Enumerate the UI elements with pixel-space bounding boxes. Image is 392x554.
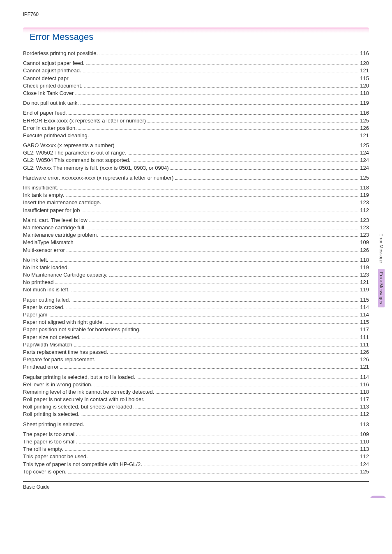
toc-entry-label: Do not pull out ink tank. <box>23 99 79 107</box>
toc-entry[interactable]: Printhead error121 <box>23 363 369 371</box>
toc-entry-label: GL2: Wxxxx The memory is full. (xxxx is … <box>23 164 169 172</box>
side-tabs: Error Message Error Messages <box>378 230 385 310</box>
toc-entry[interactable]: ERROR Exxx-xxxx (x represents a letter o… <box>23 117 369 125</box>
toc-leader-dots <box>99 55 358 55</box>
toc-entry[interactable]: Rel lever is in wrong position.116 <box>23 381 369 388</box>
toc-entry-label: The paper is too small. <box>23 438 77 446</box>
side-tab-error-messages[interactable]: Error Messages <box>378 269 385 307</box>
toc-entry-label: Cannot detect papr <box>23 75 69 82</box>
toc-entry[interactable]: No printhead121 <box>23 279 369 286</box>
toc-entry-page: 118 <box>360 388 369 396</box>
toc-leader-dots <box>68 473 359 473</box>
toc-entry[interactable]: Top cover is open.125 <box>23 468 369 476</box>
toc-leader-dots <box>81 416 358 416</box>
toc-entry-label: PaprWidth Mismatch <box>23 341 72 349</box>
toc-leader-dots <box>49 316 358 316</box>
toc-entry[interactable]: Close Ink Tank Cover118 <box>23 90 369 97</box>
toc-entry-label: Parts replacement time has passed. <box>23 349 108 356</box>
toc-group: Do not pull out ink tank.119 <box>23 99 369 107</box>
toc-entry-page: 116 <box>360 109 369 117</box>
toc-entry[interactable]: Ink insufficient.118 <box>23 184 369 192</box>
toc-entry[interactable]: Parts replacement time has passed.126 <box>23 349 369 356</box>
toc-entry[interactable]: End of paper feed.116 <box>23 109 369 117</box>
toc-entry-label: No ink left. <box>23 256 48 264</box>
toc-entry-page: 121 <box>360 279 369 286</box>
toc-entry[interactable]: Paper is crooked.114 <box>23 304 369 311</box>
toc-entry[interactable]: The paper is too small.109 <box>23 431 369 438</box>
toc-entry[interactable]: Ink tank is empty.119 <box>23 192 369 199</box>
toc-entry[interactable]: Paper not aligned with right guide.115 <box>23 319 369 326</box>
toc-entry[interactable]: Roll paper is not securely in contact wi… <box>23 396 369 403</box>
toc-entry[interactable]: Cannot detect papr115 <box>23 75 369 82</box>
toc-entry-label: Rel lever is in wrong position. <box>23 381 92 388</box>
toc-entry-label: Borderless printng not possible. <box>23 50 98 57</box>
toc-entry[interactable]: Multi-sensor error126 <box>23 247 369 254</box>
toc-entry[interactable]: GL2: Wxxxx The memory is full. (xxxx is … <box>23 164 369 172</box>
toc-entry-page: 112 <box>360 453 369 460</box>
toc-entry[interactable]: Check printed document.120 <box>23 82 369 90</box>
toc-entry[interactable]: Maintenance cartridge problem.123 <box>23 231 369 239</box>
toc-entry[interactable]: Paper size not detected.111 <box>23 334 369 341</box>
toc-entry[interactable]: Not much ink is left.119 <box>23 286 369 293</box>
toc-entry[interactable]: Cannot adjust paper feed.120 <box>23 60 369 67</box>
toc-leader-dots <box>75 95 358 95</box>
toc-entry-page: 114 <box>360 304 369 311</box>
toc-entry[interactable]: PaprWidth Mismatch111 <box>23 341 369 349</box>
toc-leader-dots <box>70 269 358 269</box>
toc-entry-label: Paper jam <box>23 311 47 319</box>
toc-entry[interactable]: Prepare for parts replacement.126 <box>23 356 369 363</box>
toc-entry[interactable]: No ink left.118 <box>23 256 369 264</box>
toc-entry[interactable]: Maintenance cartridge full.123 <box>23 224 369 231</box>
toc-entry-label: Paper size not detected. <box>23 334 81 341</box>
toc-entry-page: 126 <box>360 356 369 363</box>
toc-leader-dots <box>66 309 358 309</box>
toc-entry[interactable]: Hardware error. xxxxxxxx-xxxx (x represe… <box>23 174 369 182</box>
toc-entry[interactable]: Sheet printing is selected.113 <box>23 421 369 428</box>
toc-entry[interactable]: Error in cutter position.126 <box>23 125 369 132</box>
toc-entry-page: 118 <box>360 184 369 192</box>
toc-leader-dots <box>110 353 358 354</box>
toc-entry-label: Cannot adjust printhead. <box>23 67 81 74</box>
toc-entry[interactable]: The roll is empty.113 <box>23 446 369 453</box>
toc-entry-page: 109 <box>360 239 369 246</box>
toc-entry-label: Close Ink Tank Cover <box>23 90 74 97</box>
side-tab-error-message[interactable]: Error Message <box>378 230 385 266</box>
toc-entry-label: Maintenance cartridge problem. <box>23 231 98 239</box>
toc-entry[interactable]: Execute printhead cleaning.121 <box>23 132 369 139</box>
toc-entry[interactable]: Insufficient paper for job112 <box>23 207 369 214</box>
toc-entry-page: 116 <box>360 50 369 57</box>
toc-entry[interactable]: No ink tank loaded.119 <box>23 264 369 271</box>
toc-entry[interactable]: Regular printing is selected, but a roll… <box>23 374 369 381</box>
toc-entry[interactable]: Remaining level of the ink cannot be cor… <box>23 388 369 396</box>
toc-entry-label: The paper is too small. <box>23 431 77 438</box>
toc-entry[interactable]: Maint. cart. The level is low123 <box>23 217 369 224</box>
toc-entry-label: Insert the maintenance cartridge. <box>23 199 101 206</box>
toc-entry[interactable]: GL2: W0504 This command is not supported… <box>23 157 369 164</box>
toc-entry-page: 119 <box>360 99 369 107</box>
toc-entry[interactable]: MediaType Mismatch109 <box>23 239 369 246</box>
section-title-bar: Error Messages <box>23 28 369 46</box>
toc-entry[interactable]: Do not pull out ink tank.119 <box>23 99 369 107</box>
toc-entry-page: 109 <box>360 431 369 438</box>
toc-entry-label: Check printed document. <box>23 82 83 90</box>
toc-leader-dots <box>50 261 358 262</box>
toc-entry[interactable]: Roll printing is selected, but sheets ar… <box>23 403 369 411</box>
toc-entry[interactable]: Cannot adjust printhead.121 <box>23 67 369 74</box>
toc-entry[interactable]: GARO Wxxxx (x represents a number)125 <box>23 142 369 149</box>
toc-entry[interactable]: This type of paper is not compatible wit… <box>23 461 369 468</box>
toc-entry[interactable]: Borderless printng not possible.116 <box>23 50 369 57</box>
toc-entry[interactable]: The paper is too small.110 <box>23 438 369 446</box>
toc-entry[interactable]: This paper cannot be used.112 <box>23 453 369 460</box>
toc-entry-label: Ink tank is empty. <box>23 192 64 199</box>
toc-entry[interactable]: Paper cutting failed.115 <box>23 296 369 304</box>
toc-entry[interactable]: GL2: W0502 The parameter is out of range… <box>23 149 369 157</box>
toc-entry[interactable]: No Maintenance Cartridge capacity.123 <box>23 271 369 279</box>
toc-entry[interactable]: Paper jam114 <box>23 311 369 319</box>
toc-entry[interactable]: Roll printing is selected.112 <box>23 411 369 418</box>
toc-entry-label: Maint. cart. The level is low <box>23 217 88 224</box>
section-title: Error Messages <box>30 32 362 42</box>
toc-entry[interactable]: Insert the maintenance cartridge.123 <box>23 199 369 206</box>
toc-leader-dots <box>94 386 358 386</box>
toc-entry[interactable]: Paper position not suitable for borderle… <box>23 326 369 333</box>
toc-group: The paper is too small.109The paper is t… <box>23 431 369 476</box>
